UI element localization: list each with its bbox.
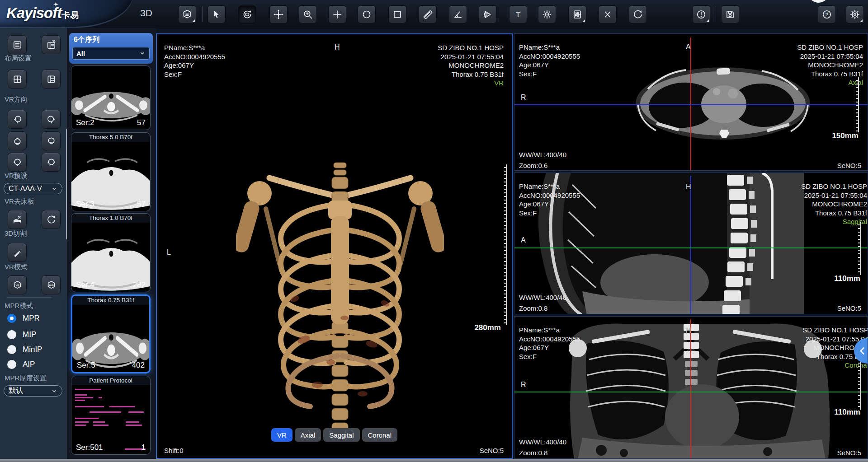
series-thumbnail-selected[interactable]: Thorax 0.75 B31f Ser:5 402 bbox=[71, 294, 151, 373]
vr-head-right-button[interactable] bbox=[42, 110, 61, 129]
vr-preset-select[interactable]: CT-AAA-V bbox=[4, 183, 62, 194]
series-thumbnail[interactable]: Thorax 1.0 B70f Ser:4 282 bbox=[71, 213, 151, 292]
radio-selected-icon bbox=[7, 314, 16, 323]
save-button[interactable] bbox=[721, 5, 739, 23]
vr-render-mode-button[interactable]: VR bbox=[8, 275, 27, 294]
series-filter-select[interactable]: All bbox=[72, 47, 150, 60]
window-level-value: WW/WL:400/40 bbox=[519, 438, 566, 447]
bottom-edge-bar bbox=[0, 459, 868, 462]
gear-icon bbox=[849, 9, 860, 20]
series-thumbnail[interactable]: Thorax 5.0 B70f Ser:3 57 bbox=[71, 132, 151, 211]
vr-head-bottom-button[interactable] bbox=[42, 131, 61, 150]
saggital-mode-button[interactable]: Saggital bbox=[323, 428, 359, 442]
adjust-levels-icon bbox=[572, 9, 583, 20]
chevron-down-icon bbox=[139, 50, 146, 56]
radio-icon bbox=[7, 345, 16, 354]
crosshair-tool-button[interactable] bbox=[328, 5, 346, 23]
hospital-name: SD ZIBO NO.1 HOSP bbox=[438, 43, 504, 52]
layout-close-panel-button[interactable] bbox=[42, 35, 61, 54]
window-level-value: WW/WL:400/40 bbox=[519, 150, 566, 159]
crosshair-horizontal-line[interactable] bbox=[514, 392, 868, 392]
adjust-levels-button[interactable] bbox=[568, 5, 586, 23]
mip-render-mode-button[interactable]: MIP bbox=[42, 275, 61, 294]
view-mode-buttons: VR Axial Saggital Coronal bbox=[157, 428, 512, 442]
view-orientation-label: VR bbox=[438, 79, 504, 88]
window-level-button[interactable] bbox=[538, 5, 556, 23]
patient-sex: Sex:F bbox=[519, 70, 580, 79]
orientation-marker-top: H bbox=[686, 327, 691, 335]
remove-bed-button[interactable] bbox=[8, 210, 27, 229]
patient-sex: Sex:F bbox=[519, 209, 580, 218]
bed-remove-icon bbox=[12, 215, 23, 225]
axial-mode-button[interactable]: Axial bbox=[295, 428, 321, 442]
accession-number: AccNO:0004920555 bbox=[519, 52, 580, 61]
vr-mode-label: VR模式 bbox=[5, 263, 28, 271]
crosshair-horizontal-line[interactable] bbox=[514, 104, 868, 105]
crosshair-vertical-line[interactable] bbox=[690, 319, 691, 459]
viewer-app: Kayisoft卡易 3D 3D bbox=[0, 0, 868, 462]
layout-split-button[interactable] bbox=[42, 70, 61, 89]
series-thumbnail[interactable]: Ser:2 57 bbox=[71, 65, 151, 130]
vr-head-top-button[interactable] bbox=[8, 131, 27, 150]
ellipse-tool-button[interactable] bbox=[358, 5, 376, 23]
series-title: Thorax 5.0 B70f bbox=[71, 133, 150, 142]
minip-radio-option[interactable]: MinIP bbox=[7, 345, 42, 354]
layout-report-button[interactable] bbox=[8, 35, 27, 54]
coronal-viewport[interactable]: H R PName:S***a AccNO:0004920555 Age:067… bbox=[514, 316, 868, 459]
pan-tool-button[interactable] bbox=[269, 5, 288, 23]
head-bottom-icon bbox=[46, 136, 57, 146]
layout-grid-button[interactable] bbox=[8, 70, 27, 89]
text-tool-button[interactable]: T bbox=[509, 5, 527, 23]
svg-text:VR: VR bbox=[15, 283, 19, 286]
vr-head-front-button[interactable] bbox=[8, 153, 27, 172]
rotate-3d-tool-button[interactable] bbox=[238, 5, 256, 23]
mip-radio-option[interactable]: MIP bbox=[7, 330, 36, 339]
image-count: 402 bbox=[132, 361, 145, 370]
cine-tool-button[interactable] bbox=[479, 5, 497, 23]
pointer-tool-button[interactable] bbox=[208, 5, 226, 23]
accession-number: AccNO:0004920555 bbox=[519, 191, 580, 200]
series-count-label: 6个序列 bbox=[74, 35, 99, 45]
radio-label: MPR bbox=[23, 314, 40, 323]
crosshair-vertical-line[interactable] bbox=[690, 176, 691, 314]
aip-radio-option[interactable]: AIP bbox=[7, 360, 35, 369]
series-3d-button[interactable]: 3D bbox=[178, 5, 196, 23]
vr-head-back-button[interactable] bbox=[42, 153, 61, 172]
mpr-radio-option[interactable]: MPR bbox=[7, 314, 40, 323]
head-front-icon bbox=[12, 157, 23, 168]
info-icon bbox=[696, 9, 707, 20]
axial-viewport[interactable]: A R PName:S***a AccNO:0004920555 Age:067… bbox=[514, 33, 868, 171]
reset-view-button[interactable] bbox=[629, 5, 647, 23]
vr-preset-value: CT-AAA-V bbox=[9, 185, 42, 193]
vr-head-left-button[interactable] bbox=[8, 110, 27, 129]
vr-mode-button[interactable]: VR bbox=[271, 428, 292, 442]
hospital-name: SD ZIBO NO.1 HOSP bbox=[797, 43, 863, 52]
scalpel-cut-button[interactable] bbox=[8, 243, 27, 262]
coronal-mode-button[interactable]: Coronal bbox=[362, 428, 398, 442]
series-3d-icon: 3D bbox=[182, 9, 193, 20]
ruler-tool-button[interactable] bbox=[419, 5, 437, 23]
angle-tool-button[interactable] bbox=[449, 5, 467, 23]
delete-annotation-button[interactable] bbox=[599, 5, 617, 23]
patient-info-block: PName:S***a AccNO:0004920555 Age:067Y Se… bbox=[519, 182, 580, 217]
accession-number: AccNO:0004920555 bbox=[519, 335, 580, 344]
zoom-tool-button[interactable] bbox=[299, 5, 317, 23]
settings-button[interactable] bbox=[846, 5, 864, 23]
series-thumbnail[interactable]: Patient Protocol Ser:501 1 bbox=[71, 376, 151, 455]
saggital-viewport[interactable]: H A PName:S***a AccNO:0004920555 Age:067… bbox=[514, 173, 868, 314]
rectangle-tool-button[interactable] bbox=[388, 5, 406, 23]
info-button[interactable] bbox=[692, 5, 710, 23]
brightness-icon bbox=[542, 9, 552, 20]
user-avatar[interactable] bbox=[808, 0, 829, 3]
help-button[interactable]: ? bbox=[818, 5, 836, 23]
bed-reset-button[interactable] bbox=[42, 210, 61, 229]
crosshair-horizontal-line[interactable] bbox=[514, 247, 868, 248]
series-filter-value: All bbox=[76, 50, 85, 57]
vr-3d-viewport[interactable]: PName:S***a AccNO:0004920555 Age:067Y Se… bbox=[156, 33, 513, 459]
orientation-marker-left: R bbox=[521, 93, 526, 102]
mpr-thickness-select[interactable]: 默认 bbox=[4, 385, 62, 397]
head-top-icon bbox=[12, 136, 23, 146]
cut-3d-label: 3D切割 bbox=[5, 229, 27, 238]
text-icon: T bbox=[513, 9, 524, 20]
delete-x-icon bbox=[602, 9, 613, 20]
